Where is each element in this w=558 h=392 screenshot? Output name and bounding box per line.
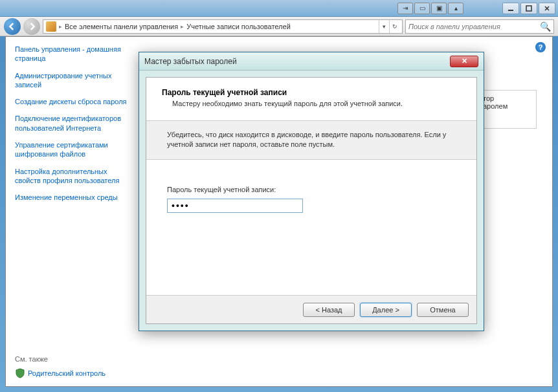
titlebar-tool-4[interactable]: ▴ [448,3,463,14]
dialog-titlebar: Мастер забытых паролей ✕ [139,52,484,71]
titlebar-tool-1[interactable]: ⇥ [397,3,413,14]
next-button[interactable]: Далее > [360,303,412,317]
search-input[interactable] [408,23,540,30]
dialog-button-bar: < Назад Далее > Отмена [146,295,476,323]
back-button[interactable] [4,18,21,35]
dialog-close-button[interactable]: ✕ [450,56,478,67]
maximize-button[interactable] [520,3,537,14]
dialog-instruction: Убедитесь, что диск находится в дисковод… [146,121,476,160]
chevron-right-icon: ▸ [181,23,184,30]
back-button[interactable]: < Назад [303,303,355,317]
forward-button[interactable] [23,18,40,35]
dialog-title-text: Мастер забытых паролей [144,57,237,66]
svg-rect-0 [508,10,513,11]
search-icon[interactable]: 🔍 [540,21,551,32]
sidebar: Панель управления - домашняя страница Ад… [6,37,142,386]
shield-icon [15,368,25,378]
sidebar-home-link[interactable]: Панель управления - домашняя страница [15,45,133,63]
window-titlebar: ⇥ ▭ ▣ ▴ [0,0,558,17]
titlebar-tool-2[interactable]: ▭ [414,3,430,14]
cancel-button[interactable]: Отмена [417,303,469,317]
titlebar-tool-3[interactable]: ▣ [431,3,447,14]
search-box[interactable]: 🔍 [405,19,554,34]
navigation-bar: ▸ Все элементы панели управления ▸ Учетн… [0,17,558,36]
close-button[interactable] [539,3,555,14]
chevron-right-icon: ▸ [59,23,62,30]
minimize-button[interactable] [502,3,519,14]
sidebar-footer-title: См. также [15,355,133,363]
breadcrumb-item[interactable]: Учетные записи пользователей [186,23,291,30]
breadcrumb-item[interactable]: Все элементы панели управления [65,23,178,30]
password-label: Пароль текущей учетной записи: [167,186,456,193]
dialog-heading: Пароль текущей учетной записи [162,88,461,97]
sidebar-link-encryption-certs[interactable]: Управление сертификатами шифрования файл… [15,140,133,159]
account-tile-partial: тор аролем [478,90,537,129]
sidebar-link-create-reset-disk[interactable]: Создание дискеты сброса пароля [15,97,133,106]
breadcrumb[interactable]: ▸ Все элементы панели управления ▸ Учетн… [43,19,403,34]
dialog-subheading: Мастеру необходимо знать текущий пароль … [172,100,461,107]
sidebar-link-profile-props[interactable]: Настройка дополнительных свойств профиля… [15,167,133,186]
sidebar-link-online-ids[interactable]: Подключение идентификаторов пользователе… [15,114,133,133]
dialog-body: Пароль текущей учетной записи Мастеру не… [146,77,477,324]
sidebar-link-parental[interactable]: Родительский контроль [15,368,133,378]
breadcrumb-dropdown[interactable]: ▾ [379,20,389,33]
password-input[interactable] [167,199,303,213]
breadcrumb-refresh[interactable]: ↻ [389,20,399,33]
sidebar-link-admin-accounts[interactable]: Администрирование учетных записей [15,71,133,90]
control-panel-icon [46,21,56,32]
svg-rect-1 [526,6,531,11]
wizard-dialog: Мастер забытых паролей ✕ Пароль текущей … [139,52,484,331]
sidebar-link-env-vars[interactable]: Изменение переменных среды [15,193,133,202]
